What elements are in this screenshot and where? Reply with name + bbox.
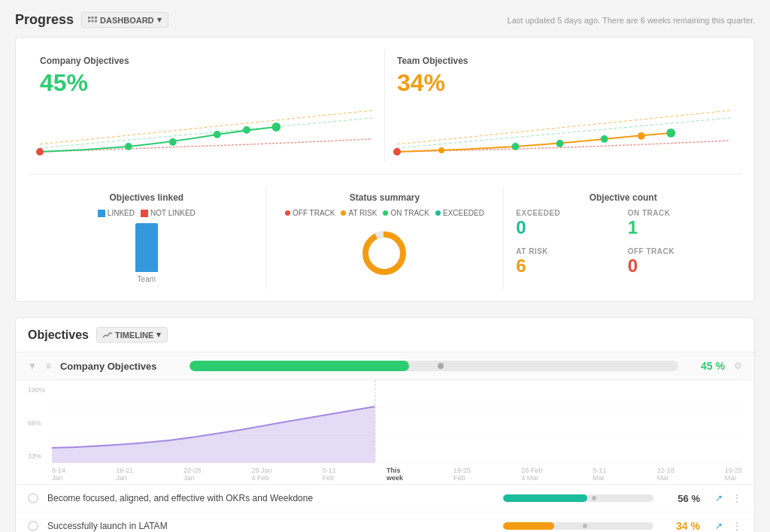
obj-circle-2 bbox=[28, 521, 38, 531]
svg-point-8 bbox=[36, 148, 44, 156]
objectives-title: Objectives bbox=[28, 328, 89, 342]
objectives-linked-title: Objectives linked bbox=[40, 192, 253, 203]
team-objectives-label: Team Objectives bbox=[397, 56, 730, 66]
svg-point-18 bbox=[512, 143, 520, 150]
objectives-section: Objectives TIMELINE ▾ ▼ ≡ Company Object… bbox=[15, 317, 755, 532]
company-obj-pct: 45 % bbox=[687, 360, 725, 372]
linked-legend-color bbox=[98, 210, 105, 217]
external-link-icon-2[interactable]: ↗ bbox=[715, 521, 723, 531]
svg-point-21 bbox=[638, 132, 645, 140]
obj-circle-1 bbox=[28, 493, 38, 503]
x-label-jan22: 22-28Jan bbox=[183, 467, 201, 482]
svg-point-17 bbox=[438, 147, 444, 153]
donut-chart bbox=[278, 223, 492, 283]
objectives-linked-card: Objectives linked LINKED NOT LINKED Team bbox=[28, 186, 266, 289]
obj-progress-bar-1 bbox=[503, 494, 653, 502]
svg-point-22 bbox=[666, 128, 675, 138]
svg-line-14 bbox=[397, 110, 730, 144]
x-label-jan8: 8-14Jan bbox=[52, 467, 65, 482]
company-progress-fill bbox=[189, 361, 410, 371]
on-track-dot bbox=[383, 210, 388, 216]
on-track-count: ON TRACK 1 bbox=[628, 209, 730, 238]
obj-progress-fill-1 bbox=[503, 494, 587, 502]
obj-dot-1 bbox=[592, 496, 596, 500]
svg-point-23 bbox=[365, 234, 403, 272]
settings-icon[interactable]: ⚙ bbox=[734, 361, 742, 371]
obj-dot-2 bbox=[583, 524, 587, 528]
svg-point-11 bbox=[214, 131, 221, 138]
objective-item-1: Become focused, aligned, and effective w… bbox=[16, 485, 754, 512]
page-title: Progress bbox=[15, 12, 74, 28]
more-icon-1[interactable]: ⋮ bbox=[732, 492, 742, 504]
svg-point-13 bbox=[271, 122, 280, 131]
company-objectives-value: 45% bbox=[40, 69, 372, 97]
objectives-linked-legend: LINKED NOT LINKED bbox=[40, 209, 253, 217]
svg-point-19 bbox=[556, 140, 564, 147]
timeline-chart: 100% 66% 33% bbox=[16, 380, 754, 485]
obj-pct-2: 34 % bbox=[662, 520, 700, 532]
objectives-header: Objectives TIMELINE ▾ bbox=[16, 318, 754, 352]
x-label-feb26: 26 Feb4 Mar bbox=[521, 467, 542, 482]
svg-line-7 bbox=[40, 118, 372, 148]
company-progress-bar-container bbox=[189, 361, 678, 371]
company-objectives-card: Company Objectives 45% bbox=[28, 50, 385, 162]
obj-progress-fill-2 bbox=[503, 522, 554, 530]
x-label-mar19: 19-25Mar bbox=[725, 467, 742, 482]
exceeded-count: EXCEEDED 0 bbox=[516, 209, 618, 238]
company-objectives-chart bbox=[40, 103, 372, 156]
x-label-thisweek: Thisweek bbox=[387, 467, 403, 482]
svg-point-12 bbox=[243, 126, 250, 134]
x-label-mar12: 12-18Mar bbox=[657, 467, 675, 482]
obj-pct-1: 56 % bbox=[662, 493, 700, 504]
external-link-icon-1[interactable]: ↗ bbox=[715, 493, 723, 503]
svg-rect-3 bbox=[88, 20, 90, 22]
svg-line-6 bbox=[40, 110, 372, 144]
svg-rect-1 bbox=[92, 17, 94, 19]
chevron-down-icon: ▾ bbox=[157, 15, 162, 25]
svg-rect-2 bbox=[95, 17, 97, 19]
status-summary-card: Status summary OFF TRACK AT RISK ON TRAC… bbox=[266, 186, 505, 289]
svg-point-16 bbox=[393, 148, 401, 156]
obj-item-name-1: Become focused, aligned, and effective w… bbox=[47, 493, 494, 503]
dashboard-view-button[interactable]: DASHBOARD ▾ bbox=[81, 12, 168, 28]
svg-rect-5 bbox=[95, 20, 97, 22]
bar-fill-linked bbox=[135, 223, 158, 272]
at-risk-count: AT RISK 6 bbox=[516, 247, 618, 277]
filter-icon[interactable]: ≡ bbox=[46, 361, 51, 371]
bar-team: Team bbox=[135, 223, 158, 283]
objective-item-2: Successfully launch in LATAM 34 % ↗ ⋮ bbox=[16, 512, 754, 532]
not-linked-legend-color bbox=[141, 210, 148, 217]
more-icon-2[interactable]: ⋮ bbox=[732, 520, 742, 532]
team-objectives-chart bbox=[397, 103, 730, 156]
svg-point-10 bbox=[169, 138, 177, 146]
svg-rect-0 bbox=[88, 17, 90, 19]
counts-grid: EXCEEDED 0 ON TRACK 1 AT RISK 6 OFF TRAC… bbox=[516, 209, 730, 277]
obj-progress-bar-2 bbox=[503, 522, 653, 530]
timeline-chevron-icon: ▾ bbox=[156, 330, 161, 340]
off-track-dot bbox=[285, 210, 290, 216]
x-label-mar5: 5-11Mar bbox=[593, 467, 606, 482]
y-label-100: 100% bbox=[28, 386, 45, 394]
y-label-66: 66% bbox=[28, 419, 45, 427]
dashboard-icon bbox=[88, 17, 97, 24]
objective-count-card: Objective count EXCEEDED 0 ON TRACK 1 AT… bbox=[504, 186, 742, 289]
at-risk-dot bbox=[341, 210, 346, 216]
company-objectives-row: ▼ ≡ Company Objectives 45 % ⚙ bbox=[16, 352, 754, 380]
status-summary-title: Status summary bbox=[278, 192, 492, 203]
company-objectives-label: Company Objectives bbox=[40, 56, 372, 66]
expand-icon[interactable]: ▼ bbox=[28, 361, 37, 371]
company-obj-name: Company Objectives bbox=[60, 361, 180, 372]
company-progress-dot bbox=[438, 363, 444, 369]
timeline-view-button[interactable]: TIMELINE ▾ bbox=[96, 327, 168, 343]
status-summary-legend: OFF TRACK AT RISK ON TRACK EXCEEDED bbox=[278, 209, 492, 217]
x-label-feb5: 5-11Feb bbox=[323, 467, 336, 482]
timeline-icon bbox=[103, 331, 112, 339]
timeline-svg bbox=[52, 380, 742, 463]
exceeded-dot bbox=[435, 210, 441, 216]
objective-count-title: Objective count bbox=[516, 192, 730, 203]
team-objectives-card: Team Objectives 34% bbox=[385, 50, 742, 162]
x-label-jan29: 29 Jan4 Feb bbox=[252, 467, 272, 482]
dashboard-grid: Company Objectives 45% bbox=[15, 37, 755, 302]
off-track-count: OFF TRACK 0 bbox=[628, 247, 730, 277]
linked-bar-chart: Team bbox=[40, 223, 253, 283]
